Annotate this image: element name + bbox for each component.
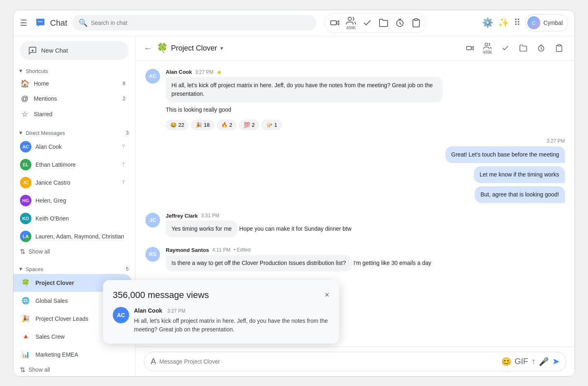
sidebar-item-alan[interactable]: AC Alan Cook ⊤: [13, 138, 132, 156]
reaction-100[interactable]: 💯2: [239, 120, 259, 130]
reaction-horn[interactable]: 📯1: [261, 120, 281, 130]
svg-point-3: [40, 21, 41, 22]
alan-msg-bubble-1: Hi all, let's kick off project matrix in…: [166, 77, 443, 102]
message-group-self: 3:27 PM Great! Let's touch base before t…: [145, 138, 565, 205]
popup-time: 3:27 PM: [167, 308, 186, 314]
emoji-icon[interactable]: 😊: [501, 357, 511, 366]
popup-message: AC Alan Cook 3:27 PM Hi all, let's kick …: [113, 307, 329, 334]
search-icon: 🔍: [79, 18, 88, 27]
alan-pin: ⊤: [121, 144, 125, 150]
svg-point-12: [485, 43, 488, 46]
upload-icon[interactable]: ↑: [531, 357, 535, 366]
reaction-laugh-count: 22: [178, 122, 184, 128]
shortcuts-label: Shortcuts: [26, 68, 48, 74]
header-clipboard-button[interactable]: [552, 41, 566, 55]
toolbar-check[interactable]: [362, 18, 372, 28]
expand-spaces-icon: ⇅: [20, 366, 25, 374]
reaction-fire[interactable]: 🔥2: [217, 120, 237, 130]
self-msg-content: 3:27 PM Great! Let's touch base before t…: [288, 138, 565, 205]
janice-avatar: JC: [20, 177, 31, 188]
sparkle-icon[interactable]: ✨: [498, 18, 509, 28]
alan-msg-avatar: AC: [145, 69, 160, 84]
header-timer-button[interactable]: [534, 41, 549, 55]
alan-label: Alan Cook: [35, 143, 117, 150]
ethan-avatar: EL: [20, 159, 31, 170]
toolbar-folder[interactable]: [379, 18, 388, 28]
message-group-jeffrey: JC Jeffrey Clark 3:31 PM Yes timing work…: [145, 213, 565, 239]
reaction-laugh[interactable]: 😂22: [166, 120, 189, 130]
svg-point-6: [348, 17, 351, 20]
keith-label: Keith O'Brien: [35, 215, 125, 222]
header-folder-button[interactable]: [516, 41, 531, 55]
header-check-button[interactable]: [498, 41, 513, 55]
dm-section-header[interactable]: ▼ Direct Messages 3: [13, 128, 135, 138]
avatar: C: [527, 16, 540, 29]
chat-dropdown-icon[interactable]: ▾: [220, 45, 223, 51]
popup-close-button[interactable]: ×: [325, 290, 329, 300]
sidebar-item-helen[interactable]: HG Helen, Greg: [13, 192, 132, 210]
shortcuts-chevron: ▼: [18, 68, 23, 74]
dm-chevron: ▼: [18, 130, 23, 136]
message-group-alan: AC Alan Cook 3:27 PM ★ Hi all, let's kic…: [145, 69, 565, 130]
sidebar-item-marketing-emea[interactable]: 📊 Marketing EMEA: [13, 346, 132, 364]
mic-icon[interactable]: 🎤: [539, 357, 549, 366]
search-bar[interactable]: 🔍: [72, 15, 316, 31]
hamburger-icon[interactable]: ☰: [20, 18, 27, 28]
settings-icon[interactable]: ⚙️: [482, 18, 493, 28]
alan-avatar: AC: [20, 141, 31, 152]
helen-label: Helen, Greg: [35, 197, 125, 204]
brand-button[interactable]: C Cymbal: [525, 14, 568, 31]
sidebar-item-mentions[interactable]: @ Mentions 2: [13, 91, 132, 106]
grid-icon[interactable]: ⠿: [514, 18, 520, 28]
sidebar-item-home[interactable]: 🏠 Home 8: [13, 76, 132, 91]
home-icon: 🏠: [20, 79, 30, 88]
popup-title: 356,000 message views: [113, 290, 209, 300]
project-clover-leads-icon: 🎉: [20, 313, 31, 324]
header-people-button[interactable]: 499K: [480, 40, 495, 56]
text-format-icon[interactable]: A: [151, 357, 156, 366]
popup-header: 356,000 message views ×: [113, 290, 329, 300]
new-chat-icon: [28, 46, 37, 55]
reaction-fire-count: 2: [229, 122, 232, 128]
self-messages: Great! Let's touch base before the meeti…: [445, 146, 565, 205]
svg-rect-11: [466, 46, 471, 50]
mentions-icon: @: [20, 95, 30, 103]
sidebar-item-ethan[interactable]: EL Ethan Lattimore ⊤: [13, 156, 132, 174]
show-all-spaces-button[interactable]: ⇅ Show all: [13, 364, 135, 376]
spaces-count: 5: [126, 266, 129, 272]
toolbar-people[interactable]: 499K: [346, 16, 356, 30]
raymond-bubble-1: Is there a way to get off the Clover Pro…: [166, 255, 352, 271]
alan-msg-content: Alan Cook 3:27 PM ★ Hi all, let's kick o…: [166, 69, 443, 130]
keith-avatar: KO: [20, 213, 31, 224]
starred-icon: ☆: [20, 110, 30, 119]
sidebar-item-starred[interactable]: ☆ Starred: [13, 106, 132, 122]
marketing-emea-icon: 📊: [20, 349, 31, 360]
spaces-section-header[interactable]: ▼ Spaces 5: [13, 265, 135, 274]
sidebar-item-janice[interactable]: JC Janice Castro ⊤: [13, 174, 132, 192]
shortcuts-section-header[interactable]: ▼ Shortcuts: [13, 66, 135, 76]
new-chat-button[interactable]: New Chat: [20, 41, 129, 60]
alan-reactions: 😂22 🎉18 🔥2 💯2 📯1: [166, 120, 443, 130]
starred-label: Starred: [34, 111, 125, 117]
app-title: Chat: [50, 18, 67, 28]
toolbar-timer[interactable]: [395, 18, 405, 28]
top-toolbar: 499K: [325, 13, 426, 33]
sidebar-item-lauren[interactable]: LA Lauren, Adam, Raymond, Christian: [13, 227, 132, 245]
show-all-dm-button[interactable]: ⇅ Show all: [13, 245, 135, 258]
sidebar-item-keith[interactable]: KO Keith O'Brien: [13, 210, 132, 227]
reaction-party[interactable]: 🎉18: [191, 120, 214, 130]
toolbar-video[interactable]: [330, 18, 340, 28]
gif-icon[interactable]: GIF: [515, 357, 528, 366]
ethan-label: Ethan Lattimore: [35, 161, 117, 168]
search-input[interactable]: [91, 20, 310, 26]
back-button[interactable]: ←: [144, 44, 152, 53]
header-video-button[interactable]: [463, 41, 477, 55]
alan-msg-time: 3:27 PM: [195, 69, 213, 75]
compose-input[interactable]: [159, 358, 498, 365]
svg-rect-8: [415, 19, 418, 20]
toolbar-clipboard[interactable]: [411, 18, 421, 28]
send-button[interactable]: ➤: [552, 356, 559, 367]
header-actions: ⚙️ ✨ ⠿ C Cymbal: [482, 14, 568, 31]
chat-header-tools: 499K: [463, 40, 566, 56]
jeffrey-msg-content: Jeffrey Clark 3:31 PM Yes timing works f…: [166, 213, 443, 239]
